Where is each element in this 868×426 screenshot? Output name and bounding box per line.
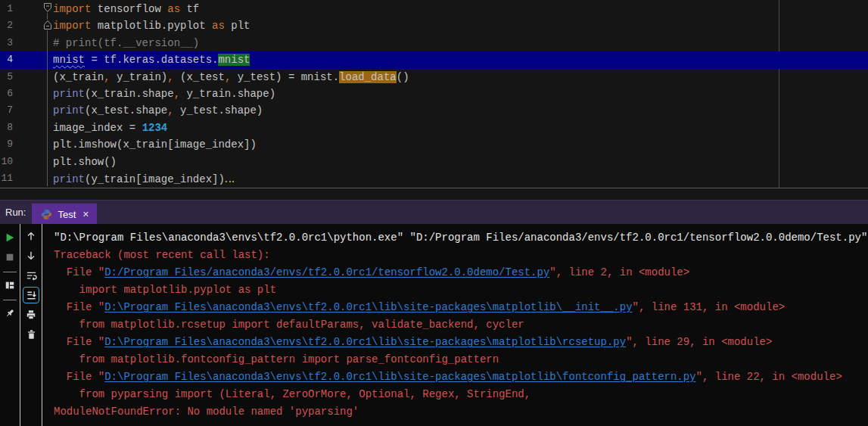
softwrap-icon <box>26 270 37 281</box>
code-token: y_test.shape) <box>174 104 263 117</box>
code-token: print <box>53 88 85 100</box>
fold-collapse-start-icon[interactable] <box>43 2 52 13</box>
console-line: ModuleNotFoundError: No module named 'py… <box>54 403 868 421</box>
down-stack-trace-button[interactable] <box>23 247 39 264</box>
stack-trace-file-link[interactable]: D:\Program Files\anaconda3\envs\tf2.0.0r… <box>104 336 626 348</box>
rerun-button[interactable] <box>2 229 18 246</box>
console-line: Traceback (most recent call last): <box>54 247 868 264</box>
code-text: print(x_test.shape, y_test.shape) <box>53 102 868 119</box>
line-number: 1 <box>0 1 13 17</box>
console-line: File "D:\Program Files\anaconda3\envs\tf… <box>54 368 868 386</box>
code-token <box>226 170 234 182</box>
code-text: image_index = 1234 <box>53 120 868 136</box>
stack-trace-file-link[interactable]: D:\Program Files\anaconda3\envs\tf2.0.0r… <box>104 301 632 313</box>
console-text-segment: ", line 22, in <module> <box>696 371 842 383</box>
code-token: mnist <box>53 54 85 66</box>
code-line[interactable]: 8image_index = 1234 <box>0 120 868 136</box>
run-toolbar <box>0 224 20 426</box>
pin-icon <box>5 308 15 319</box>
code-text: plt.show() <box>53 154 868 170</box>
code-line[interactable]: 1import tensorflow as tf <box>0 1 868 17</box>
line-number: 9 <box>0 136 13 153</box>
console-line: File "D:\Program Files\anaconda3\envs\tf… <box>54 334 868 351</box>
code-line[interactable]: 6print(x_train.shape, y_train.shape) <box>0 86 868 102</box>
code-text: # print(tf.__version__) <box>53 35 868 51</box>
console-line: File "D:/Program Files/anaconda3/envs/tf… <box>54 264 868 281</box>
stop-button[interactable] <box>2 249 18 266</box>
clear-console-button[interactable] <box>23 326 39 343</box>
code-editor[interactable]: 1import tensorflow as tf2import matplotl… <box>0 0 868 188</box>
code-token: , <box>104 71 110 83</box>
code-text: print(y_train[image_index]) <box>53 170 868 187</box>
code-line[interactable]: 7print(x_test.shape, y_test.shape) <box>0 102 868 119</box>
print-button[interactable] <box>23 306 39 323</box>
console-line: import matplotlib.pyplot as plt <box>54 281 868 299</box>
trash-icon <box>26 329 36 340</box>
stack-trace-file-link[interactable]: D:/Program Files/anaconda3/envs/tf2.0.0r… <box>104 266 549 278</box>
console-toolbar <box>20 224 42 426</box>
console-text-segment: File " <box>54 301 104 313</box>
code-token: (y_train[image_index]) <box>85 173 225 185</box>
code-token: import <box>53 20 91 32</box>
stop-icon <box>5 252 15 263</box>
arrow-down-icon <box>26 250 36 261</box>
code-token: y_test) = mnist. <box>231 71 339 83</box>
code-line[interactable]: 2import matplotlib.pyplot as plt <box>0 17 868 34</box>
fold-collapse-end-icon[interactable] <box>43 20 52 30</box>
code-line[interactable]: 9plt.imshow(x_train[image_index]) <box>0 136 868 153</box>
code-token: plt.show() <box>53 156 117 168</box>
line-number: 5 <box>0 69 13 86</box>
fold-region-line <box>47 11 48 186</box>
console-text-segment: ModuleNotFoundError: No module named 'py… <box>54 406 359 418</box>
console-text-segment: "D:\Program Files\anaconda3\envs\tf2.0.0… <box>54 232 867 244</box>
code-token: mnist <box>218 54 250 66</box>
up-stack-trace-button[interactable] <box>23 228 39 244</box>
code-token: matplotlib.pyplot <box>91 20 212 32</box>
line-number: 4 <box>0 51 13 68</box>
code-line[interactable]: 5(x_train, y_train), (x_test, y_test) = … <box>0 69 868 86</box>
code-token: plt <box>225 20 250 32</box>
tab-title: Test <box>58 209 76 220</box>
arrow-up-icon <box>26 231 36 241</box>
stack-trace-file-link[interactable]: D:\Program Files\anaconda3\envs\tf2.0.0r… <box>104 371 695 383</box>
code-line[interactable]: 10plt.show() <box>0 154 868 170</box>
run-tab-test[interactable]: Test × <box>32 204 96 225</box>
code-token: y_train) <box>110 71 168 83</box>
code-line[interactable]: 4mnist = tf.keras.datasets.mnist <box>0 51 868 68</box>
code-token: (x_test.shape <box>85 104 167 117</box>
tab-close-icon[interactable]: × <box>82 209 89 219</box>
code-token: import <box>53 3 91 15</box>
console-text-segment: File " <box>54 336 104 348</box>
code-token: image_index = <box>53 122 142 134</box>
code-token: print <box>53 173 85 185</box>
soft-wrap-button[interactable] <box>23 267 39 284</box>
code-text: (x_train, y_train), (x_test, y_test) = m… <box>53 69 868 86</box>
code-line[interactable]: 3# print(tf.__version__) <box>0 35 868 51</box>
layout-icon <box>5 280 15 291</box>
code-token: y_train.shape) <box>180 88 275 100</box>
code-token: print <box>53 104 85 117</box>
code-token: plt.imshow(x_train[image_index]) <box>53 138 257 151</box>
ide-window: 1import tensorflow as tf2import matplotl… <box>0 0 868 426</box>
play-icon <box>5 232 15 243</box>
code-token: (x_train <box>53 71 104 83</box>
code-token: (x_test <box>174 71 225 83</box>
code-token: () <box>397 71 409 83</box>
console-output[interactable]: "D:\Program Files\anaconda3\envs\tf2.0.0… <box>42 224 868 426</box>
console-line: from pyparsing import (Literal, ZeroOrMo… <box>54 386 868 403</box>
console-text-segment: import matplotlib.pyplot as plt <box>54 284 276 296</box>
console-text-segment: ", line 29, in <module> <box>626 336 772 348</box>
panel-splitter[interactable] <box>0 188 868 200</box>
code-line[interactable]: 11print(y_train[image_index]) <box>0 170 868 187</box>
line-number: 3 <box>0 35 13 51</box>
scroll-to-end-button[interactable] <box>23 287 39 303</box>
restore-layout-button[interactable] <box>2 277 18 294</box>
line-number: 11 <box>0 170 13 187</box>
scrollend-icon <box>26 290 37 301</box>
toolbar-separator <box>3 272 17 272</box>
code-token: # print(tf.__version__) <box>53 37 199 49</box>
pin-tab-button[interactable] <box>2 305 18 322</box>
code-token: load_data <box>339 71 397 83</box>
code-token: , <box>167 104 173 117</box>
code-token: , <box>174 88 180 100</box>
